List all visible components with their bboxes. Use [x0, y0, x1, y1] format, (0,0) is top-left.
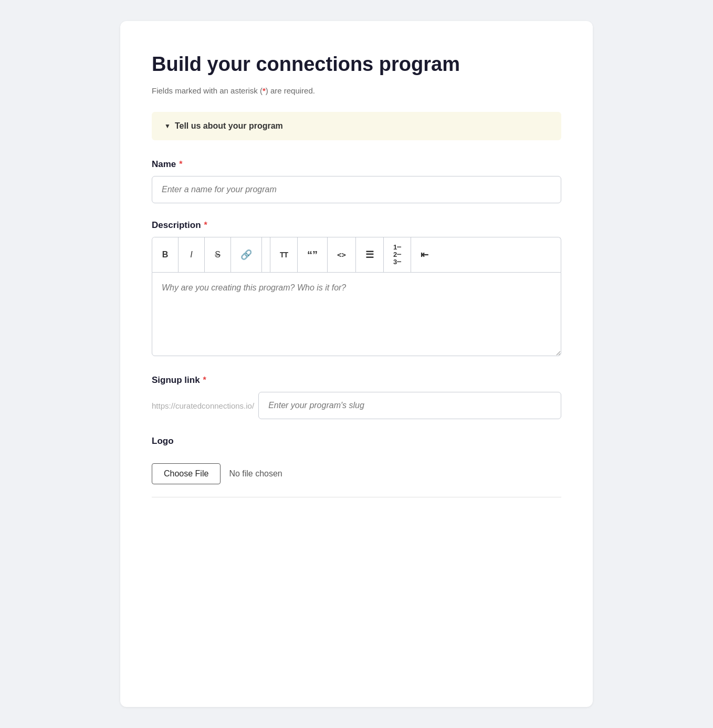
- toolbar-gap: [262, 237, 270, 273]
- section-header[interactable]: ▼ Tell us about your program: [152, 112, 561, 140]
- section-header-label: Tell us about your program: [175, 121, 283, 131]
- page-title: Build your connections program: [152, 53, 561, 77]
- chevron-down-icon: ▼: [164, 122, 171, 130]
- toolbar-group-formatting: B I S 🔗: [152, 237, 262, 273]
- name-field-group: Name *: [152, 159, 561, 203]
- asterisk-symbol: *: [263, 86, 266, 95]
- signup-link-group: https://curatedconnections.io/: [152, 392, 561, 419]
- strikethrough-button[interactable]: S: [205, 237, 231, 273]
- signup-link-required-star: *: [203, 376, 206, 385]
- signup-link-label: Signup link *: [152, 375, 561, 386]
- numbered-list-button[interactable]: 1┈2┈3┈: [384, 237, 411, 273]
- logo-divider: [152, 497, 561, 497]
- name-input[interactable]: [152, 176, 561, 203]
- required-note: Fields marked with an asterisk (*) are r…: [152, 86, 561, 95]
- name-label: Name *: [152, 159, 561, 170]
- bold-button[interactable]: B: [152, 237, 179, 273]
- description-required-star: *: [204, 221, 207, 230]
- logo-label: Logo: [152, 436, 561, 446]
- signup-link-prefix: https://curatedconnections.io/: [152, 401, 258, 410]
- description-label: Description *: [152, 220, 561, 231]
- code-button[interactable]: <>: [328, 237, 356, 273]
- description-textarea[interactable]: [152, 272, 561, 356]
- file-input-container: Choose File No file chosen: [152, 453, 561, 488]
- outdent-button[interactable]: ⇤: [411, 237, 438, 273]
- main-container: Build your connections program Fields ma…: [120, 21, 593, 707]
- name-required-star: *: [179, 160, 182, 169]
- logo-field-group: Logo Choose File No file chosen: [152, 436, 561, 497]
- link-button[interactable]: 🔗: [231, 237, 261, 273]
- quote-button[interactable]: “”: [298, 237, 328, 273]
- italic-button[interactable]: I: [179, 237, 205, 273]
- toolbar-group-advanced: TT “” <> ☰ 1┈2┈3┈ ⇤: [270, 237, 438, 273]
- signup-link-input[interactable]: [258, 392, 561, 419]
- choose-file-button[interactable]: Choose File: [152, 463, 221, 484]
- description-field-group: Description * B I S 🔗: [152, 220, 561, 359]
- bullet-list-button[interactable]: ☰: [356, 237, 384, 273]
- no-file-text: No file chosen: [229, 469, 282, 479]
- heading-button[interactable]: TT: [270, 237, 298, 273]
- editor-toolbar: B I S 🔗 TT “”: [152, 237, 561, 273]
- signup-link-field-group: Signup link * https://curatedconnections…: [152, 375, 561, 419]
